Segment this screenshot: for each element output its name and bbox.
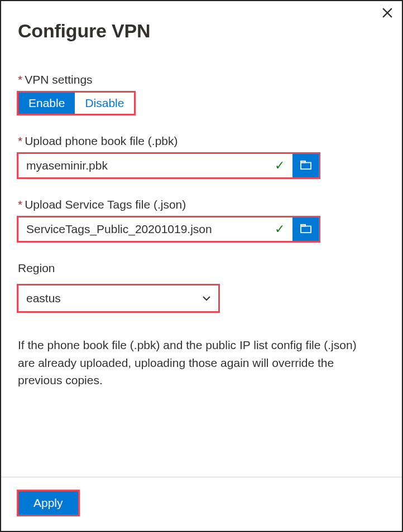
phone-book-field: *Upload phone book file (.pbk) myasemini… (18, 134, 385, 178)
vpn-disable-button[interactable]: Disable (75, 93, 134, 114)
phone-book-input-row: myaseminir.pbk ✓ (18, 153, 319, 178)
apply-button[interactable]: Apply (18, 491, 79, 515)
region-select[interactable]: eastus (18, 285, 219, 312)
phone-book-label: *Upload phone book file (.pbk) (18, 134, 385, 148)
service-tags-browse-button[interactable] (292, 217, 319, 241)
required-marker: * (18, 134, 22, 147)
service-tags-label: *Upload Service Tags file (.json) (18, 198, 385, 211)
close-icon (382, 8, 392, 20)
footer: Apply (1, 477, 402, 531)
service-tags-input[interactable]: ServiceTags_Public_20201019.json ✓ (18, 217, 292, 241)
svg-rect-2 (301, 162, 311, 169)
region-selected-value: eastus (26, 292, 61, 305)
vpn-toggle-group: Enable Disable (18, 92, 135, 114)
region-select-wrap: eastus (18, 285, 219, 312)
folder-icon (300, 160, 312, 172)
check-icon: ✓ (275, 222, 285, 236)
chevron-down-icon (203, 293, 210, 303)
region-label: Region (18, 262, 385, 275)
service-tags-input-row: ServiceTags_Public_20201019.json ✓ (18, 217, 319, 241)
region-field: Region eastus (18, 262, 385, 312)
required-marker: * (18, 198, 22, 211)
phone-book-browse-button[interactable] (292, 153, 319, 178)
required-marker: * (18, 73, 22, 86)
check-icon: ✓ (275, 158, 285, 173)
vpn-settings-field: *VPN settings Enable Disable (18, 73, 385, 114)
folder-icon (300, 224, 312, 235)
phone-book-value: myaseminir.pbk (26, 159, 108, 172)
svg-rect-4 (301, 226, 311, 233)
service-tags-label-text: Upload Service Tags file (.json) (25, 198, 186, 211)
service-tags-value: ServiceTags_Public_20201019.json (26, 223, 212, 236)
svg-rect-3 (301, 161, 305, 162)
vpn-enable-button[interactable]: Enable (18, 93, 75, 114)
vpn-settings-label-text: VPN settings (25, 73, 92, 86)
close-button[interactable] (378, 4, 396, 22)
service-tags-field: *Upload Service Tags file (.json) Servic… (18, 198, 385, 241)
phone-book-label-text: Upload phone book file (.pbk) (25, 134, 177, 147)
help-text: If the phone book file (.pbk) and the pu… (18, 336, 375, 389)
vpn-settings-label: *VPN settings (18, 73, 385, 86)
svg-rect-5 (301, 224, 305, 226)
apply-button-wrap: Apply (18, 491, 79, 515)
page-title: Configure VPN (18, 20, 385, 42)
phone-book-input[interactable]: myaseminir.pbk ✓ (18, 153, 292, 178)
